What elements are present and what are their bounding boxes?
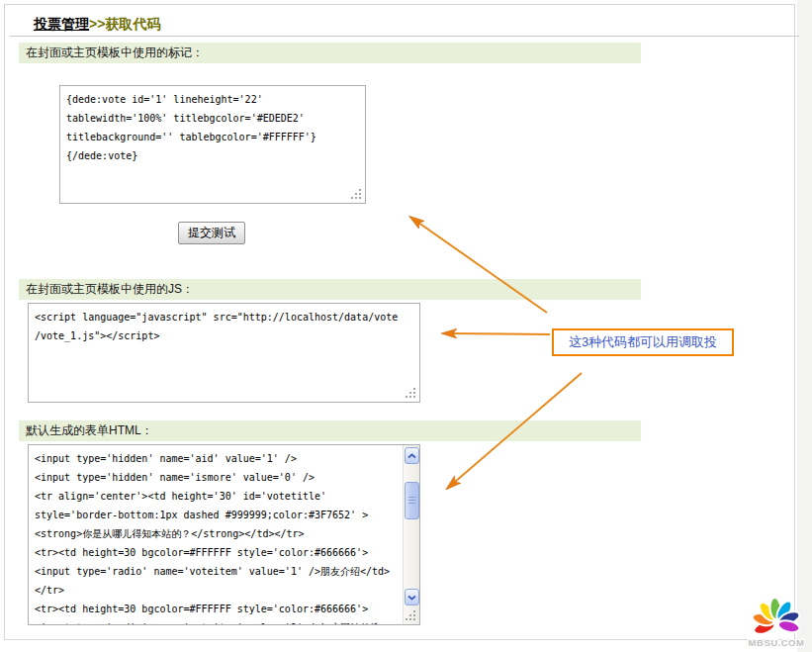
vertical-scrollbar[interactable] xyxy=(403,445,419,624)
template-tag-code-container: {dede:vote id='1' lineheight='22' tablew… xyxy=(59,85,366,204)
peacock-icon xyxy=(751,598,801,637)
scrollbar-thumb[interactable] xyxy=(405,482,419,519)
form-html-code-container: <input type='hidden' name='aid' value='1… xyxy=(28,444,420,625)
section-header-label: 在封面或主页模板中使用的JS： xyxy=(26,282,194,296)
breadcrumb-vote-management-link[interactable]: 投票管理 xyxy=(34,16,89,32)
section-header-js: 在封面或主页模板中使用的JS： xyxy=(19,279,641,300)
section-header-label: 默认生成的表单HTML： xyxy=(26,423,153,437)
admin-panel: 投票管理>>获取代码 在封面或主页模板中使用的标记： {dede:vote id… xyxy=(4,4,795,640)
page-right-gutter xyxy=(797,0,812,652)
mbsu-logo: MBSU.COM xyxy=(740,588,812,651)
resize-grip-icon[interactable] xyxy=(351,189,363,201)
section-header-form-html: 默认生成的表单HTML： xyxy=(19,420,641,441)
section-header-label: 在封面或主页模板中使用的标记： xyxy=(26,46,204,59)
breadcrumb: 投票管理>>获取代码 xyxy=(10,10,799,37)
template-tag-code-textarea[interactable]: {dede:vote id='1' lineheight='22' tablew… xyxy=(59,85,366,204)
watermark-text: MBSU.COM xyxy=(749,637,805,648)
chevron-down-icon xyxy=(407,595,416,601)
section-header-template-tag: 在封面或主页模板中使用的标记： xyxy=(19,43,641,63)
js-code-textarea[interactable]: <script language="javascript" src="http:… xyxy=(28,303,420,403)
submit-test-button[interactable]: 提交测试 xyxy=(178,222,245,244)
thumb-ridges-icon xyxy=(408,497,415,506)
breadcrumb-separator: >> xyxy=(89,16,105,32)
annotation-text: 这3种代码都可以用调取投 xyxy=(569,334,717,349)
annotation-note: 这3种代码都可以用调取投 xyxy=(552,328,734,356)
scroll-down-button[interactable] xyxy=(405,589,419,605)
scroll-up-button[interactable] xyxy=(405,447,419,464)
resize-grip-icon[interactable] xyxy=(406,610,417,622)
js-code-container: <script language="javascript" src="http:… xyxy=(28,303,420,403)
resize-grip-icon[interactable] xyxy=(406,388,417,400)
form-html-code-textarea[interactable]: <input type='hidden' name='aid' value='1… xyxy=(28,444,420,625)
chevron-up-icon xyxy=(407,453,416,459)
page-title: 获取代码 xyxy=(105,16,160,32)
